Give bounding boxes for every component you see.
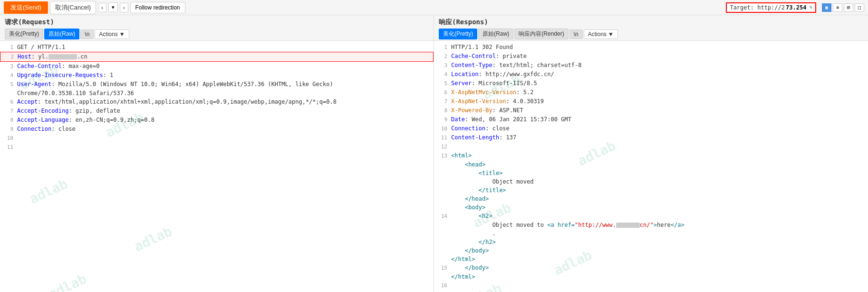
table-row: <head> <box>434 160 868 169</box>
left-panel-title: 请求(Request) <box>5 18 429 27</box>
table-row: </head> <box>434 195 868 203</box>
chevron-down-icon-right: ▼ <box>608 31 614 38</box>
toolbar: 发送(Send) 取消(Cancel) ‹ ▾ › Follow redirec… <box>0 0 868 15</box>
table-row: Chrome/70.0.3538.110 Safari/537.36 <box>0 89 434 97</box>
tab-render-right[interactable]: 响应内容(Render) <box>514 29 568 39</box>
right-panel: 响应(Respons) 美化(Pretty) 原始(Raw) 响应内容(Rend… <box>434 15 868 292</box>
watermark-5: adlab <box>46 271 89 292</box>
right-code-area[interactable]: adlab adlab adlab adlab adlab 1 HTTP/1.1… <box>434 41 868 292</box>
chevron-down-icon: ▼ <box>119 31 125 38</box>
table-row: 3 Content-Type: text/html; charset=utf-8 <box>434 61 868 70</box>
table-row: </body> <box>434 246 868 255</box>
table-row: 2 Cache-Control: private <box>434 52 868 61</box>
nav-forward-button[interactable]: › <box>120 3 128 12</box>
table-row: <body> <box>434 203 868 212</box>
table-row: 10 Connection: close <box>434 124 868 133</box>
table-row: 7 Accept-Encoding: gzip, deflate <box>0 107 434 116</box>
tab-newline-right[interactable]: \n <box>569 29 583 39</box>
table-row: </title> <box>434 186 868 195</box>
view-list-icon[interactable]: ≡ <box>833 3 842 12</box>
table-row: 11 <box>0 143 434 152</box>
nav-back-button[interactable]: ‹ <box>98 3 106 12</box>
table-row: 3 Cache-Control: max-age=0 <box>0 62 434 71</box>
right-panel-title: 响应(Respons) <box>439 18 863 27</box>
tab-newline-left[interactable]: \n <box>80 29 94 39</box>
cancel-button[interactable]: 取消(Cancel) <box>50 1 96 14</box>
tab-pretty-right[interactable]: 美化(Pretty) <box>439 29 477 39</box>
left-panel-header: 请求(Request) 美化(Pretty) 原始(Raw) \n Action… <box>0 15 434 41</box>
table-row: </h2> <box>434 238 868 246</box>
tab-raw-left[interactable]: 原始(Raw) <box>44 29 79 39</box>
drag-dots-icon: ⋮ <box>430 149 434 158</box>
actions-button-right[interactable]: Actions ▼ <box>584 29 618 39</box>
table-row: </html> <box>434 255 868 263</box>
table-row: Object moved <box>434 177 868 186</box>
send-button[interactable]: 发送(Send) <box>4 1 48 14</box>
table-row: 10 <box>0 134 434 143</box>
right-panel-header: 响应(Respons) 美化(Pretty) 原始(Raw) 响应内容(Rend… <box>434 15 868 41</box>
table-row: 6 Accept: text/html,application/xhtml+xm… <box>0 97 434 107</box>
table-row: </html> <box>434 273 868 281</box>
table-row: 5 User-Agent: Mozilla/5.0 (Windows NT 10… <box>0 80 434 89</box>
target-label: Target: http://2 <box>730 4 785 11</box>
view-single-icon[interactable]: □ <box>855 3 864 12</box>
table-row: 7 X-AspNet-Version: 4.0.30319 <box>434 97 868 106</box>
table-row: 1 GET / HTTP/1.1 <box>0 43 434 52</box>
table-row: 11 Content-Length: 137 <box>434 133 868 142</box>
view-grid-icon[interactable]: ⊞ <box>844 3 853 12</box>
table-row: 9 Connection: close <box>0 125 434 134</box>
watermark-3: adlab <box>27 176 70 207</box>
watermark-4: adlab <box>132 224 174 255</box>
nav-down-button[interactable]: ▾ <box>108 2 118 12</box>
tab-raw-right[interactable]: 原始(Raw) <box>478 29 513 39</box>
actions-button-left[interactable]: Actions ▼ <box>95 29 129 39</box>
left-panel: 请求(Request) 美化(Pretty) 原始(Raw) \n Action… <box>0 15 434 292</box>
view-icons: ▣ ≡ ⊞ □ <box>822 3 864 12</box>
table-row: 8 X-Powered-By: ASP.NET <box>434 106 868 115</box>
table-row: 9 Date: Wed, 06 Jan 2021 15:37:00 GMT <box>434 115 868 124</box>
table-row: 12 <box>434 142 868 151</box>
follow-redirection-button[interactable]: Follow redirection <box>130 2 185 13</box>
table-row: 13 <html> <box>434 151 868 160</box>
left-tab-bar: 美化(Pretty) 原始(Raw) \n Actions ▼ <box>5 29 429 39</box>
table-row: 14 <h2> <box>434 212 868 221</box>
view-split-icon[interactable]: ▣ <box>822 3 831 12</box>
table-row: 2 Host: yl. .cn <box>0 52 434 62</box>
table-row: 15 </body> <box>434 263 868 273</box>
table-row: 1 HTTP/1.1 302 Found <box>434 43 868 52</box>
left-code-area[interactable]: adlab adlab adlab adlab adlab 1 GET / HT… <box>0 41 434 292</box>
table-row: 4 Location: http://www.gxfdc.cn/ <box>434 70 868 79</box>
table-row: 8 Accept-Language: en,zh-CN;q=0.9,zh;q=0… <box>0 116 434 125</box>
target-box[interactable]: Target: http://2 73.254 ✎ <box>726 2 816 13</box>
table-row: <title> <box>434 169 868 177</box>
table-row: Object moved to <a href="http://www. cn/… <box>434 221 868 229</box>
right-tab-bar: 美化(Pretty) 原始(Raw) 响应内容(Render) \n Actio… <box>439 29 863 39</box>
edit-icon[interactable]: ✎ <box>809 4 812 10</box>
table-row: . <box>434 229 868 238</box>
table-row: 4 Upgrade-Insecure-Requests: 1 <box>0 71 434 80</box>
tab-pretty-left[interactable]: 美化(Pretty) <box>5 29 43 39</box>
main-area: 请求(Request) 美化(Pretty) 原始(Raw) \n Action… <box>0 15 868 292</box>
table-row: 6 X-AspNetMvc-Version: 5.2 <box>434 88 868 97</box>
table-row: 16 <box>434 281 868 290</box>
target-url: 73.254 <box>786 4 806 11</box>
table-row: 5 Server: Microsoft-IIS/8.5 <box>434 79 868 88</box>
